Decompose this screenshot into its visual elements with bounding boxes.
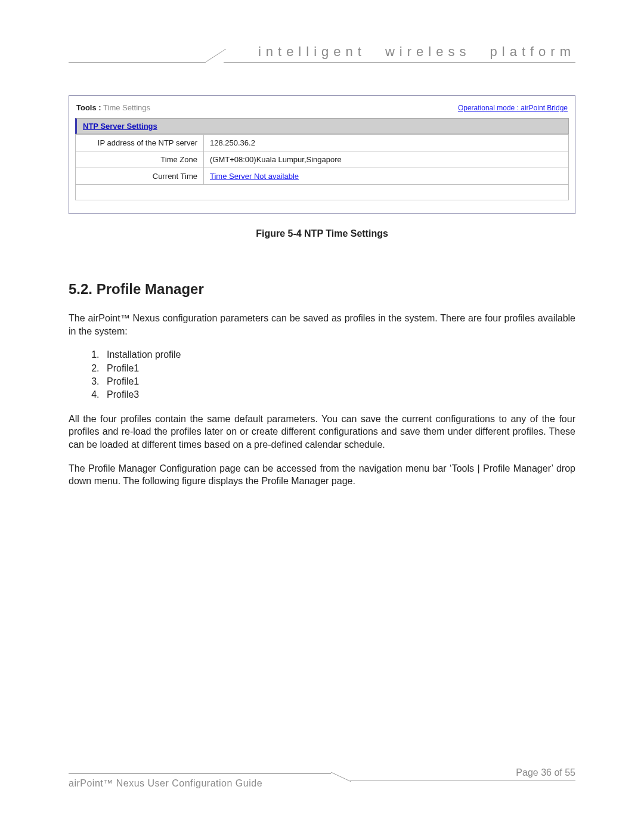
figure-caption: Figure 5-4 NTP Time Settings <box>69 228 575 239</box>
list-item: Profile1 <box>102 362 575 375</box>
row-label: IP address of the NTP server <box>76 135 204 151</box>
page: intelligent wireless platform Tools : Ti… <box>0 0 644 833</box>
panel-title-bold: Tools : <box>76 103 101 112</box>
ntp-settings-panel: Tools : Time Settings Operational mode :… <box>69 95 575 214</box>
panel-title-row: Tools : Time Settings Operational mode :… <box>75 101 569 118</box>
empty-cell <box>76 185 569 200</box>
header-tagline: intelligent wireless platform <box>258 44 575 60</box>
page-number: Page 36 of 55 <box>516 767 575 778</box>
header-rule-right <box>224 62 575 63</box>
panel-title-dim: Time Settings <box>103 103 150 112</box>
footer-rule-left <box>69 773 331 774</box>
table-row: Time Zone (GMT+08:00)Kuala Lumpur,Singap… <box>76 151 569 168</box>
section-heading: 5.2. Profile Manager <box>69 281 575 298</box>
row-value: (GMT+08:00)Kuala Lumpur,Singapore <box>204 151 569 168</box>
panel-title: Tools : Time Settings <box>76 103 150 112</box>
header-diagonal-icon <box>206 49 226 62</box>
table-row-empty <box>76 185 569 200</box>
ntp-section-header: NTP Server Settings <box>75 118 569 134</box>
svg-line-0 <box>206 49 226 62</box>
list-item: Installation profile <box>102 348 575 361</box>
time-server-status-link[interactable]: Time Server Not available <box>210 172 299 181</box>
row-value: Time Server Not available <box>204 168 569 185</box>
paragraph: The Profile Manager Configuration page c… <box>69 462 575 488</box>
table-row: IP address of the NTP server 128.250.36.… <box>76 135 569 151</box>
row-label: Current Time <box>76 168 204 185</box>
svg-line-1 <box>331 772 351 782</box>
footer-rule-right <box>350 781 575 781</box>
page-footer: airPoint™ Nexus User Configuration Guide… <box>69 767 575 791</box>
list-item: Profile1 <box>102 375 575 388</box>
paragraph: All the four profiles contain the same d… <box>69 413 575 451</box>
page-header: intelligent wireless platform <box>69 48 575 72</box>
list-item: Profile3 <box>102 388 575 401</box>
footer-diagonal-icon <box>331 772 351 782</box>
operational-mode-link[interactable]: Operational mode : airPoint Bridge <box>458 104 568 112</box>
ntp-settings-table: IP address of the NTP server 128.250.36.… <box>75 134 569 200</box>
table-row: Current Time Time Server Not available <box>76 168 569 185</box>
row-label: Time Zone <box>76 151 204 168</box>
row-value: 128.250.36.2 <box>204 135 569 151</box>
profile-list: Installation profile Profile1 Profile1 P… <box>102 348 575 402</box>
header-rule-left <box>69 62 206 63</box>
intro-paragraph: The airPoint™ Nexus configuration parame… <box>69 312 575 337</box>
footer-title: airPoint™ Nexus User Configuration Guide <box>69 778 262 789</box>
